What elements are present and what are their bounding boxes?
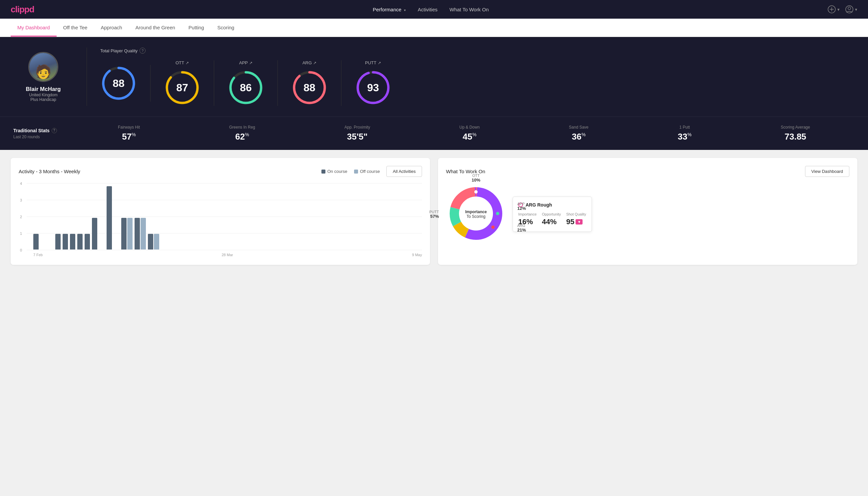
bars-container bbox=[33, 184, 422, 250]
bar-on-0 bbox=[33, 234, 38, 250]
putt-score-value: 93 bbox=[367, 82, 379, 94]
nav-activities[interactable]: Activities bbox=[418, 7, 437, 12]
sub-nav: My Dashboard Off the Tee Approach Around… bbox=[0, 19, 868, 37]
work-on-header: What To Work On View Dashboard bbox=[446, 166, 849, 177]
trad-label: Traditional Stats ? Last 20 rounds bbox=[13, 128, 73, 139]
bar-group-11 bbox=[114, 249, 119, 249]
bar-group-10 bbox=[107, 186, 112, 249]
legend-on-course: On course bbox=[321, 169, 347, 174]
bar-off-14 bbox=[154, 234, 159, 250]
svg-point-21 bbox=[491, 226, 495, 229]
stat-up-down: Up & Down 45% bbox=[459, 125, 480, 142]
all-activities-button[interactable]: All Activities bbox=[386, 166, 422, 177]
tab-my-dashboard[interactable]: My Dashboard bbox=[11, 19, 57, 37]
tpq-help-icon[interactable]: ? bbox=[140, 48, 145, 53]
stat-1-putt: 1 Putt 33% bbox=[678, 125, 692, 142]
bar-group-13 bbox=[135, 218, 146, 249]
app-score-value: 86 bbox=[240, 82, 252, 94]
score-app: APP ↗ 86 bbox=[214, 60, 278, 106]
donut-center-text: Importance To Scoring bbox=[465, 210, 487, 219]
bar-on-4 bbox=[63, 234, 68, 250]
ott-circle: 87 bbox=[164, 69, 201, 106]
trad-subtitle: Last 20 rounds bbox=[13, 135, 73, 139]
player-name: Blair McHarg bbox=[26, 86, 61, 93]
player-handicap: Plus Handicap bbox=[30, 97, 56, 102]
putt-trend-icon: ↗ bbox=[378, 61, 381, 65]
nav-links: Performance ▾ Activities What To Work On bbox=[373, 7, 489, 12]
trad-stats-list: Fairways Hit 57% Greens In Reg 62% App. … bbox=[73, 125, 855, 142]
putt-donut-label: PUTT 57% bbox=[429, 210, 439, 219]
app-label: APP ↗ bbox=[239, 60, 252, 65]
app-trend-icon: ↗ bbox=[249, 61, 252, 65]
bar-on-13 bbox=[135, 218, 140, 249]
legend-off-course-dot bbox=[354, 170, 358, 173]
info-card-title: ARG Rough bbox=[518, 202, 586, 207]
putt-label: PUTT ↗ bbox=[365, 60, 381, 65]
user-menu[interactable]: ▾ bbox=[845, 5, 857, 14]
metric-opportunity: Opportunity 44% bbox=[542, 212, 561, 226]
putt-circle: 93 bbox=[355, 69, 391, 106]
bar-group-3 bbox=[55, 234, 61, 250]
scores-section: Total Player Quality ? 88 bbox=[86, 48, 855, 106]
stat-app-proximity: App. Proximity 35'5" bbox=[344, 125, 370, 142]
svg-point-19 bbox=[474, 190, 478, 193]
svg-point-20 bbox=[496, 212, 499, 215]
trad-title: Traditional Stats ? bbox=[13, 128, 73, 133]
score-main: 88 bbox=[100, 65, 151, 102]
performance-dropdown-icon: ▾ bbox=[404, 8, 406, 12]
user-dropdown-icon: ▾ bbox=[855, 7, 857, 12]
main-score-value: 88 bbox=[113, 77, 125, 89]
tab-off-the-tee[interactable]: Off the Tee bbox=[57, 19, 94, 37]
avatar: 🧑 bbox=[28, 52, 58, 82]
avatar-figure: 🧑 bbox=[35, 64, 52, 80]
top-nav: clippd Performance ▾ Activities What To … bbox=[0, 0, 868, 19]
nav-performance[interactable]: Performance ▾ bbox=[373, 7, 406, 12]
nav-what-to-work-on[interactable]: What To Work On bbox=[449, 7, 489, 12]
bar-off-13 bbox=[141, 218, 146, 249]
bar-group-1 bbox=[41, 249, 46, 249]
bar-group-4 bbox=[63, 234, 68, 250]
app-circle: 86 bbox=[227, 69, 264, 106]
ott-donut-label: OTT 10% bbox=[472, 173, 480, 183]
bar-on-3 bbox=[55, 234, 61, 250]
bar-on-14 bbox=[148, 234, 153, 250]
player-country: United Kingdom bbox=[29, 93, 57, 97]
activity-panel-title: Activity - 3 Months - Weekly bbox=[19, 169, 80, 174]
bar-on-7 bbox=[84, 234, 90, 250]
nav-right: ▾ ▾ bbox=[827, 5, 857, 14]
chart-legend: On course Off course All Activities bbox=[321, 166, 422, 177]
stat-sand-save: Sand Save 36% bbox=[569, 125, 588, 142]
add-button[interactable]: ▾ bbox=[827, 5, 840, 14]
stat-fairways-hit: Fairways Hit 57% bbox=[118, 125, 140, 142]
arg-trend-icon: ↗ bbox=[313, 61, 316, 65]
legend-on-course-dot bbox=[321, 170, 326, 173]
traditional-stats: Traditional Stats ? Last 20 rounds Fairw… bbox=[0, 117, 868, 150]
bar-group-0 bbox=[33, 234, 38, 250]
bar-group-8 bbox=[92, 218, 97, 249]
chart-wrapper: 0 1 2 3 4 7 Feb 28 Mar 9 May bbox=[19, 184, 422, 257]
bar-group-6 bbox=[77, 234, 83, 250]
stat-scoring-average: Scoring Average 73.85 bbox=[781, 125, 810, 142]
bar-group-12 bbox=[121, 218, 132, 249]
bar-on-12 bbox=[121, 218, 127, 249]
x-axis-labels: 7 Feb 28 Mar 9 May bbox=[27, 253, 422, 257]
bar-off-12 bbox=[127, 218, 132, 249]
activity-panel: Activity - 3 Months - Weekly On course O… bbox=[11, 158, 430, 265]
bar-group-2 bbox=[48, 249, 53, 249]
bar-group-7 bbox=[84, 234, 90, 250]
player-info: 🧑 Blair McHarg United Kingdom Plus Handi… bbox=[13, 52, 86, 102]
trad-help-icon[interactable]: ? bbox=[52, 128, 57, 133]
arg-label: ARG ↗ bbox=[302, 60, 316, 65]
tab-scoring[interactable]: Scoring bbox=[211, 19, 241, 37]
arg-donut-label: ARG 21% bbox=[517, 223, 526, 233]
arg-score-value: 88 bbox=[303, 82, 315, 94]
score-circles: 88 OTT ↗ 87 bbox=[100, 60, 855, 106]
tab-approach[interactable]: Approach bbox=[94, 19, 129, 37]
bar-on-8 bbox=[92, 218, 97, 249]
bar-group-14 bbox=[148, 234, 159, 250]
tab-around-the-green[interactable]: Around the Green bbox=[129, 19, 182, 37]
shot-quality-badge: ▼ bbox=[575, 219, 583, 224]
view-dashboard-button[interactable]: View Dashboard bbox=[805, 166, 849, 177]
tab-putting[interactable]: Putting bbox=[182, 19, 211, 37]
app-donut-label: APP 12% bbox=[517, 202, 526, 211]
